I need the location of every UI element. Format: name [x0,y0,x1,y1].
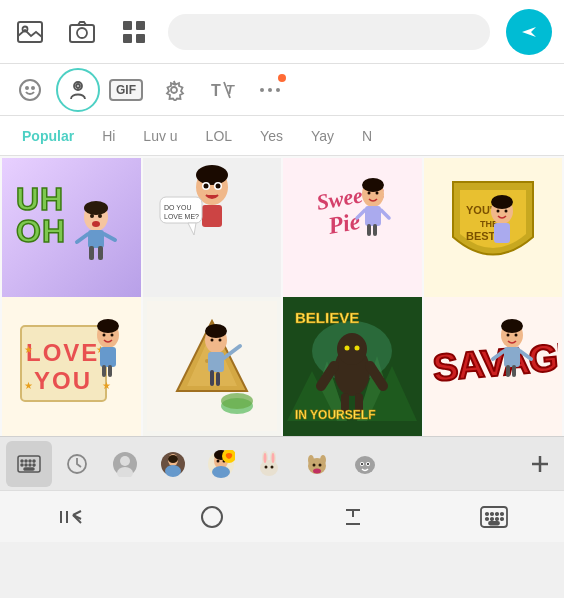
sticker-savage[interactable]: SAVAGE [424,297,563,436]
nav-home-button[interactable] [141,491,282,542]
gallery-icon[interactable] [12,14,48,50]
svg-point-158 [313,463,316,466]
svg-point-87 [210,339,213,342]
svg-point-12 [76,84,80,88]
svg-point-116 [514,334,517,337]
settings-button[interactable] [152,68,196,112]
svg-point-160 [313,468,321,473]
svg-text:★: ★ [102,380,111,391]
svg-point-23 [90,214,94,218]
svg-rect-6 [123,34,132,43]
emoji-button[interactable] [8,68,52,112]
svg-point-35 [203,184,208,189]
tab-popular[interactable]: Popular [8,124,88,148]
category-tabs: Popular Hi Luv u LOL Yes Yay N [0,116,564,156]
svg-rect-118 [506,365,510,377]
svg-rect-63 [494,223,510,243]
svg-text:LOVE: LOVE [26,339,99,366]
svg-point-177 [490,512,492,514]
svg-point-22 [84,201,108,215]
tab-lol[interactable]: LOL [192,124,246,148]
sticker-yourebest[interactable]: YOU'RE THE BEST [424,158,563,297]
blob-button[interactable] [342,441,388,487]
sticker-believe[interactable]: BELIEVE IN YOURSELF [283,297,422,436]
nav-recents-button[interactable] [282,491,423,542]
keyboard-button[interactable] [6,441,52,487]
dog-button[interactable] [294,441,340,487]
svg-point-144 [212,466,230,478]
sticker-grid: UH OH [0,156,564,436]
message-input[interactable] [168,14,490,50]
bitmoji-row-button[interactable] [198,441,244,487]
tab-hi[interactable]: Hi [88,124,129,148]
sticker-uhoh[interactable]: UH OH [2,158,141,297]
svg-point-8 [20,80,40,100]
svg-rect-52 [373,224,377,236]
top-bar [0,0,564,64]
svg-text:UH: UH [16,181,64,217]
sticker-sweetiepie[interactable]: Sweetie Pie [283,158,422,297]
svg-point-131 [33,464,35,466]
svg-rect-90 [210,370,214,386]
camera-icon[interactable] [64,14,100,50]
svg-point-153 [265,465,268,468]
svg-point-86 [205,324,227,338]
svg-point-161 [355,456,375,474]
svg-point-24 [98,214,102,218]
avatar-dark-button[interactable] [150,441,196,487]
nav-back-button[interactable] [0,491,141,542]
svg-point-25 [92,221,100,227]
svg-point-3 [77,28,87,38]
svg-point-140 [165,465,181,477]
svg-rect-132 [24,468,34,470]
svg-point-13 [171,87,177,93]
svg-rect-38 [202,205,222,227]
text-style-button[interactable]: T T [200,68,244,112]
svg-rect-26 [88,230,104,248]
toolbar-row: GIF T T [0,64,564,116]
sticker-loveyou[interactable]: LOVE ★ ★ YOU ★ ★ [2,297,141,436]
sticker-samosa[interactable] [143,297,282,436]
send-button[interactable] [506,9,552,55]
add-emoji-button[interactable] [522,446,558,482]
svg-point-151 [264,453,267,463]
svg-text:★: ★ [24,380,33,391]
recent-button[interactable] [54,441,100,487]
more-button[interactable] [248,68,292,112]
svg-point-157 [320,455,326,465]
grid-icon[interactable] [116,14,152,50]
svg-rect-119 [512,365,516,377]
svg-point-124 [21,460,23,462]
svg-text:T: T [211,82,221,99]
svg-point-33 [196,165,228,185]
svg-text:★: ★ [24,344,33,355]
sticker-doyouloveme[interactable]: DO YOU LOVE ME? [143,158,282,297]
tab-luvu[interactable]: Luv u [129,124,191,148]
svg-point-74 [103,334,106,337]
svg-text:BEST: BEST [466,230,496,242]
svg-point-139 [168,455,178,463]
tab-yay[interactable]: Yay [297,124,348,148]
svg-point-49 [376,192,379,195]
svg-text:OH: OH [16,213,66,249]
bunny-button[interactable] [246,441,292,487]
svg-rect-117 [504,347,520,367]
gif-button[interactable]: GIF [104,68,148,112]
svg-point-159 [319,463,322,466]
svg-rect-7 [136,34,145,43]
svg-point-62 [504,210,507,213]
nav-keyboard-button[interactable] [423,491,564,542]
svg-line-29 [77,234,88,242]
avatar-grey-button[interactable] [102,441,148,487]
svg-point-128 [21,464,23,466]
bitmoji-button[interactable] [56,68,100,112]
svg-rect-50 [365,206,381,226]
svg-rect-91 [216,372,220,386]
svg-point-107 [345,346,350,351]
tab-yes[interactable]: Yes [246,124,297,148]
svg-rect-51 [367,224,371,236]
svg-point-181 [490,517,492,519]
svg-point-48 [368,192,371,195]
svg-point-94 [221,393,253,409]
tab-n[interactable]: N [348,124,386,148]
